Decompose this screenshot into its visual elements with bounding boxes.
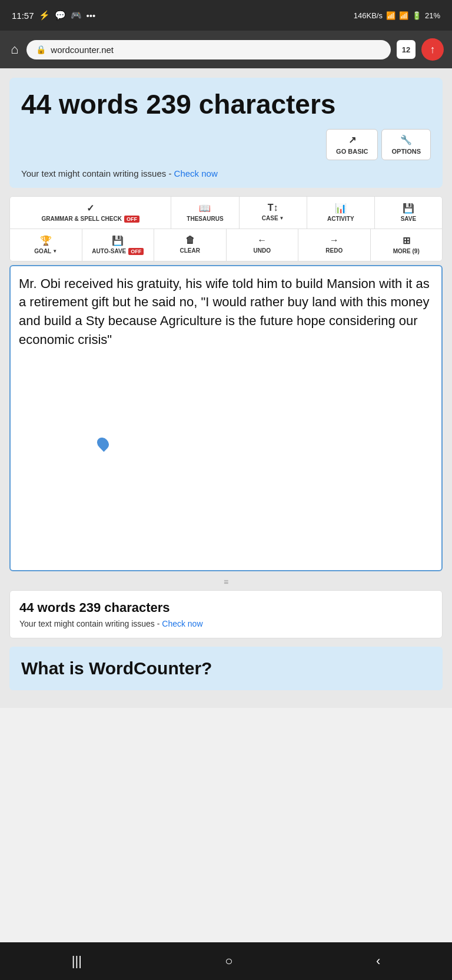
home-button[interactable]: ⌂ <box>8 39 21 59</box>
wrench-icon: 🔧 <box>400 134 412 145</box>
text-cursor <box>95 435 111 451</box>
toolbar: ✓ GRAMMAR & SPELL CHECK OFF 📖 THESAURUS … <box>9 196 443 261</box>
save-icon: 💾 <box>403 203 414 214</box>
lock-icon: 🔒 <box>36 45 46 54</box>
signal-icon-2: 📶 <box>399 11 408 20</box>
undo-icon: ← <box>257 235 267 246</box>
url-text: wordcounter.net <box>51 45 114 55</box>
grammar-off-badge: OFF <box>124 216 139 223</box>
text-editor[interactable]: Mr. Obi received his gratuity, his wife … <box>9 265 443 571</box>
check-now-link-bottom[interactable]: Check now <box>162 619 202 628</box>
text-format-icon: T↕ <box>268 203 278 213</box>
undo-button[interactable]: ← UNDO <box>227 229 299 261</box>
case-button[interactable]: T↕ CASE ▼ <box>240 197 307 229</box>
book-icon: 📖 <box>199 203 211 214</box>
stats-banner: 44 words 239 characters ↗ GO BASIC 🔧 OPT… <box>9 78 443 188</box>
trophy-icon: 🏆 <box>40 235 52 246</box>
grid-icon: ⊞ <box>403 235 410 246</box>
external-link-icon: ↗ <box>348 134 356 145</box>
chart-icon: 📊 <box>335 203 347 214</box>
bottom-stats-panel: 44 words 239 characters Your text might … <box>9 590 443 638</box>
redo-button[interactable]: → REDO <box>298 229 371 261</box>
more-button[interactable]: ⊞ MORE (9) <box>371 229 443 261</box>
signal-icon: 📶 <box>386 11 396 20</box>
bottom-writing-issues: Your text might contain writing issues -… <box>19 619 433 628</box>
status-left: 11:57 ⚡ 💬 🎮 ••• <box>12 10 95 21</box>
page-content: 44 words 239 characters ↗ GO BASIC 🔧 OPT… <box>0 68 452 708</box>
dots-icon: ••• <box>87 11 96 21</box>
go-basic-button[interactable]: ↗ GO BASIC <box>326 129 378 160</box>
nav-home-button[interactable]: ○ <box>211 949 247 974</box>
redo-icon: → <box>330 235 339 246</box>
nav-menu-button[interactable]: ||| <box>58 949 96 974</box>
autosave-off-badge: OFF <box>128 248 144 255</box>
status-right: 146KB/s 📶 📶 🔋 21% <box>354 11 440 20</box>
autosave-button[interactable]: 💾 AUTO-SAVE OFF <box>82 229 155 261</box>
browser-bar: ⌂ 🔒 wordcounter.net 12 ↑ <box>0 31 452 68</box>
thesaurus-button[interactable]: 📖 THESAURUS <box>171 197 239 229</box>
nav-back-button[interactable]: ‹ <box>362 949 394 974</box>
status-bar: 11:57 ⚡ 💬 🎮 ••• 146KB/s 📶 📶 🔋 21% <box>0 0 452 31</box>
game-icon: 🎮 <box>71 10 82 21</box>
what-is-title: What is WordCounter? <box>21 658 431 678</box>
grammar-check-button[interactable]: ✓ GRAMMAR & SPELL CHECK OFF <box>10 197 171 229</box>
toolbar-row-1: ✓ GRAMMAR & SPELL CHECK OFF 📖 THESAURUS … <box>10 197 442 229</box>
trash-icon: 🗑 <box>185 235 195 246</box>
options-button[interactable]: 🔧 OPTIONS <box>381 129 431 160</box>
nav-bar: ||| ○ ‹ <box>0 942 452 980</box>
address-bar[interactable]: 🔒 wordcounter.net <box>26 40 391 59</box>
stats-title: 44 words 239 characters <box>21 90 431 120</box>
time: 11:57 <box>12 11 34 21</box>
stats-buttons: ↗ GO BASIC 🔧 OPTIONS <box>21 129 431 160</box>
checkmark-icon: ✓ <box>87 203 94 214</box>
battery-icon: 🔋 <box>412 11 421 20</box>
writing-issues-banner: Your text might contain writing issues -… <box>21 168 431 178</box>
text-body[interactable]: Mr. Obi received his gratuity, his wife … <box>19 274 433 350</box>
toolbar-row-2: 🏆 GOAL ▼ 💾 AUTO-SAVE OFF 🗑 CLEAR ← UNDO <box>10 229 442 261</box>
what-is-section: What is WordCounter? <box>9 647 443 690</box>
goal-button[interactable]: 🏆 GOAL ▼ <box>10 229 82 261</box>
check-now-link-banner[interactable]: Check now <box>174 168 218 178</box>
battery-percent: 21% <box>425 11 440 20</box>
bolt-icon: ⚡ <box>39 10 50 21</box>
upload-button[interactable]: ↑ <box>421 38 444 61</box>
save-button[interactable]: 💾 SAVE <box>375 197 442 229</box>
bottom-stats-title: 44 words 239 characters <box>19 600 433 615</box>
tab-count[interactable]: 12 <box>397 40 416 59</box>
clear-button[interactable]: 🗑 CLEAR <box>154 229 227 261</box>
network-speed: 146KB/s <box>354 11 383 20</box>
activity-button[interactable]: 📊 ACTIVITY <box>307 197 375 229</box>
scroll-indicator: ≡ <box>9 574 443 590</box>
whatsapp-icon: 💬 <box>55 10 66 21</box>
disk-icon: 💾 <box>112 235 124 246</box>
